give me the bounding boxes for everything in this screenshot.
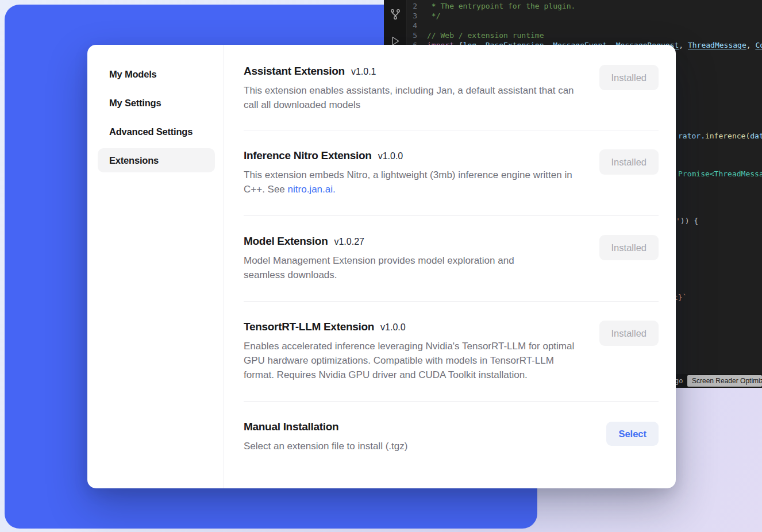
manual-installation-row: Manual Installation Select an extension …: [244, 402, 659, 468]
sidebar-item-extensions[interactable]: Extensions: [98, 148, 215, 172]
code-text: * The entrypoint for the plugin.: [427, 1, 575, 11]
code-line: 5 // Web / extension runtime: [407, 30, 762, 40]
line-number: 4: [407, 21, 427, 30]
settings-sidebar: My Models My Settings Advanced Settings …: [87, 45, 224, 488]
line-number: 5: [407, 30, 427, 40]
line-number: 3: [407, 11, 427, 21]
code-fragment: ')) {: [676, 217, 698, 225]
settings-modal: My Models My Settings Advanced Settings …: [87, 45, 676, 488]
extension-version: v1.0.0: [380, 322, 406, 333]
extension-row-nitro: Inference Nitro Extension v1.0.0 This ex…: [244, 130, 659, 216]
code-fragment: rator.inference(data));: [678, 132, 762, 140]
code-line: 2 * The entrypoint for the plugin.: [407, 1, 762, 11]
extension-title: TensortRT-LLM Extension: [244, 321, 374, 333]
extension-row-model: Model Extension v1.0.27 Model Management…: [244, 216, 659, 302]
extension-title: Inference Nitro Extension: [244, 149, 372, 162]
manual-installation-description: Select an extension file to install (.tg…: [244, 439, 407, 453]
extension-row-assistant: Assistant Extension v1.0.1 This extensio…: [244, 45, 659, 130]
code-line: 4: [407, 21, 762, 30]
nitro-jan-ai-link[interactable]: nitro.jan.ai.: [288, 184, 336, 195]
line-number: 2: [407, 1, 427, 11]
extension-description: Enables accelerated inference leveraging…: [244, 339, 582, 382]
extensions-panel: Assistant Extension v1.0.1 This extensio…: [224, 45, 676, 488]
code-line: 3 */: [407, 11, 762, 21]
manual-installation-title: Manual Installation: [244, 421, 338, 433]
sidebar-item-advanced-settings[interactable]: Advanced Settings: [98, 119, 215, 144]
extension-title: Model Extension: [244, 235, 328, 248]
installed-button[interactable]: Installed: [599, 65, 659, 90]
extension-title: Assistant Extension: [244, 65, 345, 78]
extension-version: v1.0.0: [378, 151, 403, 161]
extension-description: Model Management Extension provides mode…: [244, 253, 542, 282]
extension-description: This extension embeds Nitro, a lightweig…: [244, 168, 582, 196]
sidebar-item-my-models[interactable]: My Models: [98, 62, 215, 86]
installed-button[interactable]: Installed: [599, 321, 659, 346]
extension-description: This extension enables assistants, inclu…: [244, 83, 582, 112]
screenshot-root: 2 * The entrypoint for the plugin. 3 */ …: [0, 0, 762, 532]
code-fragment: Promise<ThreadMessage>: [678, 169, 762, 178]
status-text: go: [675, 377, 683, 385]
extension-version: v1.0.1: [351, 67, 376, 77]
source-control-icon[interactable]: [388, 7, 403, 22]
code-text: */: [427, 11, 440, 21]
extension-version: v1.0.27: [334, 237, 364, 247]
installed-button[interactable]: Installed: [599, 235, 659, 260]
installed-button[interactable]: Installed: [599, 149, 659, 175]
sidebar-item-my-settings[interactable]: My Settings: [98, 91, 215, 115]
extension-row-tensorrt: TensortRT-LLM Extension v1.0.0 Enables a…: [244, 302, 659, 402]
screen-reader-chip[interactable]: Screen Reader Optimize: [687, 375, 762, 387]
code-area: 2 * The entrypoint for the plugin. 3 */ …: [407, 1, 762, 50]
code-text: // Web / extension runtime: [427, 30, 544, 40]
select-file-button[interactable]: Select: [606, 422, 659, 446]
